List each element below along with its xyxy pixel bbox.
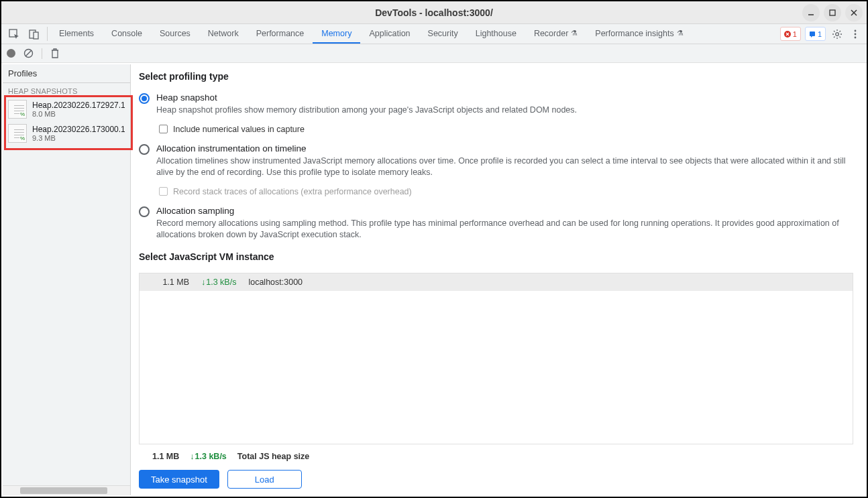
tab-performance-insights[interactable]: Performance insights⚗	[586, 24, 692, 44]
memory-main-panel: Select profiling type Heap snapshot Heap…	[131, 64, 865, 495]
snapshot-name: Heap.20230226.173000.17	[32, 125, 125, 134]
panel-tabstrip: Elements Console Sources Network Perform…	[1, 24, 867, 44]
svg-point-20	[855, 29, 857, 32]
kebab-icon	[851, 29, 860, 40]
option-allocation-timeline[interactable]: Allocation instrumentation on timeline A…	[139, 143, 853, 179]
inspect-icon	[9, 29, 19, 40]
settings-button[interactable]	[828, 24, 847, 44]
radio-heap-snapshot[interactable]	[139, 93, 150, 104]
sidebar-category: HEAP SNAPSHOTS	[3, 83, 130, 97]
tab-console[interactable]: Console	[103, 24, 151, 44]
record-icon	[7, 49, 15, 58]
tab-application[interactable]: Application	[360, 24, 419, 44]
vm-instance-row[interactable]: 1.1 MB 1.3 kB/s localhost:3000	[140, 273, 853, 291]
svg-rect-6	[34, 32, 38, 39]
tab-recorder[interactable]: Recorder⚗	[525, 24, 586, 44]
snapshot-size: 8.0 MB	[32, 110, 125, 118]
more-menu-button[interactable]	[847, 24, 864, 44]
option-desc: Allocation timelines show instrumented J…	[156, 155, 853, 179]
status-rate: 1.3 kB/s	[190, 452, 227, 461]
heap-snapshot-item[interactable]: % Heap.20230226.172927.17 8.0 MB	[3, 97, 130, 121]
clear-button[interactable]	[23, 48, 34, 58]
window-title: DevTools - localhost:3000/	[375, 7, 493, 18]
snapshot-icon: %	[8, 124, 27, 143]
snapshot-icon: %	[8, 100, 27, 119]
scrollbar-thumb[interactable]	[20, 487, 107, 494]
close-icon	[850, 9, 858, 17]
profiles-sidebar: Profiles HEAP SNAPSHOTS % Heap.20230226.…	[3, 64, 131, 495]
clear-icon	[23, 48, 34, 58]
issues-icon	[809, 31, 816, 38]
option-title: Allocation sampling	[156, 206, 853, 216]
delete-button[interactable]	[50, 48, 60, 58]
window-maximize-button[interactable]	[824, 4, 841, 21]
option-title: Allocation instrumentation on timeline	[156, 143, 853, 153]
svg-line-18	[834, 36, 835, 38]
svg-line-19	[840, 31, 841, 32]
trash-icon	[50, 48, 60, 58]
vm-host: localhost:3000	[248, 277, 303, 287]
sidebar-horizontal-scrollbar[interactable]	[3, 485, 130, 495]
window-minimize-button[interactable]	[802, 4, 820, 21]
vm-size: 1.1 MB	[149, 277, 189, 287]
tab-network[interactable]: Network	[199, 24, 248, 44]
snapshot-name: Heap.20230226.172927.17	[32, 101, 125, 110]
flask-icon: ⚗	[571, 29, 578, 38]
vm-instance-list: 1.1 MB 1.3 kB/s localhost:3000	[139, 273, 853, 445]
load-button[interactable]: Load	[227, 470, 302, 489]
record-button[interactable]	[7, 49, 15, 58]
error-icon	[784, 31, 791, 38]
tab-sources[interactable]: Sources	[151, 24, 199, 44]
radio-allocation-sampling[interactable]	[139, 206, 150, 217]
snapshot-size: 9.3 MB	[32, 134, 125, 142]
device-toggle-button[interactable]	[24, 24, 44, 44]
status-label: Total JS heap size	[237, 452, 309, 461]
gear-icon	[832, 29, 843, 40]
option-desc: Heap snapshot profiles show memory distr…	[156, 105, 853, 117]
device-icon	[29, 29, 40, 40]
tab-lighthouse[interactable]: Lighthouse	[467, 24, 525, 44]
status-size: 1.1 MB	[152, 452, 179, 461]
minimize-icon	[807, 9, 815, 17]
svg-line-24	[25, 50, 32, 56]
checkbox-record-stack-traces: Record stack traces of allocations (extr…	[159, 187, 853, 196]
memory-toolbar	[1, 44, 867, 63]
heap-snapshot-item[interactable]: % Heap.20230226.173000.17 9.3 MB	[3, 121, 130, 145]
svg-point-22	[855, 36, 857, 38]
option-allocation-sampling[interactable]: Allocation sampling Record memory alloca…	[139, 206, 853, 241]
checkbox-icon	[159, 125, 168, 133]
option-desc: Record memory allocations using sampling…	[156, 218, 853, 241]
window-close-button[interactable]	[845, 4, 863, 21]
option-heap-snapshot[interactable]: Heap snapshot Heap snapshot profiles sho…	[139, 92, 853, 117]
vm-rate: 1.3 kB/s	[201, 277, 236, 287]
svg-line-16	[834, 31, 835, 32]
issues-counter[interactable]: 1	[805, 27, 826, 41]
svg-rect-10	[810, 32, 815, 36]
heap-status-line: 1.1 MB 1.3 kB/s Total JS heap size	[139, 450, 853, 463]
inspect-element-button[interactable]	[4, 24, 24, 44]
radio-allocation-timeline[interactable]	[139, 144, 150, 155]
checkbox-icon	[159, 187, 168, 196]
tab-security[interactable]: Security	[419, 24, 467, 44]
tab-elements[interactable]: Elements	[50, 24, 103, 44]
tab-memory[interactable]: Memory	[313, 24, 360, 44]
take-snapshot-button[interactable]: Take snapshot	[139, 470, 219, 489]
svg-point-11	[836, 32, 839, 36]
checkbox-include-numerical[interactable]: Include numerical values in capture	[159, 125, 853, 134]
svg-rect-1	[830, 10, 835, 15]
vm-heading: Select JavaScript VM instance	[139, 251, 853, 262]
tab-performance[interactable]: Performance	[248, 24, 313, 44]
svg-point-21	[855, 33, 857, 35]
error-counter[interactable]: 1	[780, 27, 801, 41]
window-titlebar: DevTools - localhost:3000/	[1, 1, 867, 24]
sidebar-title: Profiles	[3, 64, 130, 83]
profiling-heading: Select profiling type	[139, 71, 853, 82]
maximize-icon	[828, 9, 836, 17]
svg-line-17	[840, 36, 841, 38]
option-title: Heap snapshot	[156, 92, 853, 103]
flask-icon: ⚗	[677, 29, 684, 38]
